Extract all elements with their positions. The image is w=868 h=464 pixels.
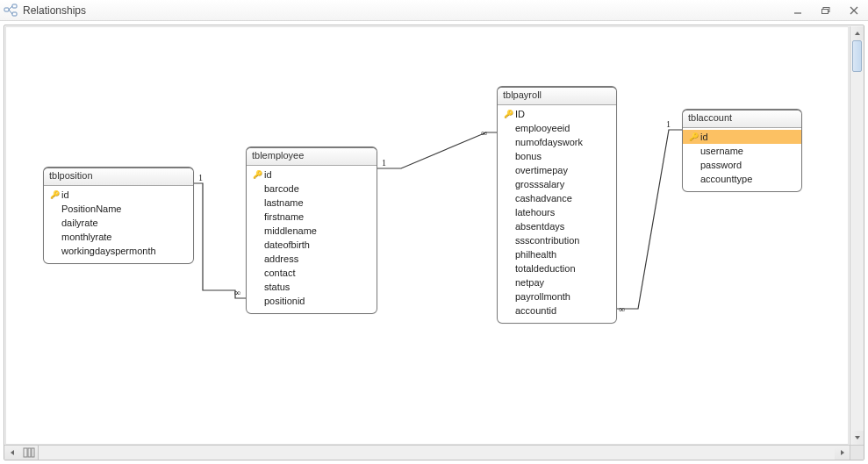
- svg-rect-6: [28, 448, 31, 457]
- field-row[interactable]: dailyrate: [44, 216, 193, 230]
- field-row[interactable]: dateofbirth: [247, 238, 377, 252]
- field-row[interactable]: 🔑id: [44, 188, 193, 202]
- hscroll-track[interactable]: [39, 446, 835, 460]
- cardinality-label: 1: [666, 119, 671, 129]
- field-row[interactable]: bonus: [498, 149, 616, 163]
- window-titlebar: Relationships: [0, 0, 868, 21]
- field-row[interactable]: barcode: [247, 182, 377, 196]
- field-row[interactable]: accountid: [498, 303, 616, 318]
- field-row[interactable]: workingdayspermonth: [44, 244, 193, 258]
- minimize-button[interactable]: [787, 4, 808, 18]
- cardinality-label: ∞: [481, 128, 487, 138]
- table-fields: 🔑id username password accounttype: [683, 128, 801, 188]
- cardinality-label: ∞: [619, 304, 625, 314]
- table-fields: 🔑id PositionName dailyrate monthlyrate w…: [44, 186, 193, 260]
- table-header[interactable]: tblpayroll: [498, 88, 616, 105]
- field-row[interactable]: grosssalary: [498, 177, 616, 191]
- field-row[interactable]: cashadvance: [498, 191, 616, 205]
- cardinality-label: ∞: [234, 288, 240, 297]
- field-row[interactable]: totaldeduction: [498, 261, 616, 275]
- svg-rect-4: [822, 9, 829, 13]
- relationships-canvas-frame: 1 ∞ 1 ∞ 1 ∞ tblposition 🔑id PositionName…: [4, 25, 864, 460]
- table-fields: 🔑id barcode lastname firstname middlenam…: [247, 166, 377, 310]
- field-row[interactable]: monthlyrate: [44, 230, 193, 244]
- svg-rect-2: [12, 12, 17, 16]
- table-header[interactable]: tblaccount: [683, 111, 801, 128]
- field-row[interactable]: address: [247, 252, 377, 266]
- field-row[interactable]: positionid: [247, 294, 377, 308]
- primary-key-icon: 🔑: [686, 132, 700, 141]
- field-row[interactable]: netpay: [498, 275, 616, 289]
- table-tblemployee[interactable]: tblemployee 🔑id barcode lastname firstna…: [246, 146, 377, 314]
- table-tblposition[interactable]: tblposition 🔑id PositionName dailyrate m…: [43, 167, 194, 264]
- view-switch-icon[interactable]: [19, 446, 39, 460]
- close-button[interactable]: [843, 4, 864, 18]
- table-tblaccount[interactable]: tblaccount 🔑id username password account…: [682, 109, 802, 192]
- field-row[interactable]: password: [683, 158, 801, 172]
- cardinality-label: 1: [382, 158, 386, 168]
- svg-rect-5: [24, 448, 27, 457]
- field-row[interactable]: ssscontribution: [498, 233, 616, 247]
- horizontal-scrollbar[interactable]: [4, 445, 850, 460]
- vscroll-thumb[interactable]: [852, 40, 862, 72]
- relationships-icon: [4, 4, 18, 18]
- relationships-canvas[interactable]: 1 ∞ 1 ∞ 1 ∞ tblposition 🔑id PositionName…: [5, 26, 849, 445]
- field-row[interactable]: payrollmonth: [498, 289, 616, 303]
- cardinality-label: 1: [198, 173, 203, 182]
- table-fields: 🔑ID emplooyeeid numofdayswork bonus over…: [498, 105, 616, 319]
- field-row[interactable]: emplooyeeid: [498, 121, 616, 135]
- scroll-down-arrow[interactable]: [850, 431, 864, 445]
- field-row[interactable]: lastname: [247, 196, 377, 210]
- primary-key-icon: 🔑: [501, 110, 515, 118]
- svg-rect-0: [4, 8, 9, 11]
- field-row[interactable]: philhealth: [498, 247, 616, 261]
- field-row[interactable]: 🔑id: [247, 168, 377, 182]
- field-row[interactable]: accounttype: [683, 172, 801, 186]
- restore-button[interactable]: [815, 4, 836, 18]
- field-row[interactable]: middlename: [247, 224, 377, 238]
- field-row[interactable]: contact: [247, 266, 377, 280]
- vscroll-track[interactable]: [850, 40, 864, 431]
- field-row[interactable]: PositionName: [44, 202, 193, 216]
- table-tblpayroll[interactable]: tblpayroll 🔑ID emplooyeeid numofdayswork…: [497, 86, 617, 324]
- scroll-corner: [850, 445, 864, 460]
- field-row[interactable]: overtimepay: [498, 163, 616, 177]
- vertical-scrollbar[interactable]: [850, 26, 864, 445]
- field-row[interactable]: 🔑ID: [498, 107, 616, 121]
- scroll-left-arrow[interactable]: [4, 446, 19, 460]
- field-row[interactable]: username: [683, 144, 801, 158]
- field-row[interactable]: firstname: [247, 210, 377, 224]
- table-header[interactable]: tblemployee: [247, 148, 377, 166]
- field-row[interactable]: latehours: [498, 205, 616, 219]
- window-title: Relationships: [23, 4, 780, 17]
- scroll-right-arrow[interactable]: [835, 446, 850, 460]
- table-header[interactable]: tblposition: [44, 168, 193, 186]
- primary-key-icon: 🔑: [250, 170, 264, 179]
- svg-rect-1: [12, 4, 17, 8]
- svg-rect-7: [32, 448, 34, 457]
- field-row[interactable]: 🔑id: [683, 130, 801, 144]
- field-row[interactable]: status: [247, 280, 377, 294]
- field-row[interactable]: absentdays: [498, 219, 616, 233]
- primary-key-icon: 🔑: [47, 190, 61, 199]
- scroll-up-arrow[interactable]: [850, 26, 864, 40]
- field-row[interactable]: numofdayswork: [498, 135, 616, 149]
